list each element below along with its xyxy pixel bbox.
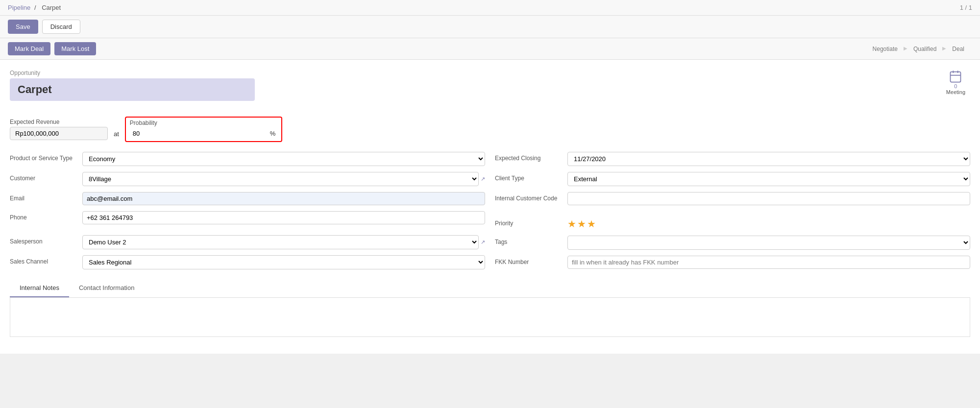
phone-value	[82, 211, 485, 224]
mark-buttons: Mark Deal Mark Lost	[8, 42, 96, 55]
phone-input[interactable]	[82, 211, 485, 224]
mark-deal-button[interactable]: Mark Deal	[8, 42, 50, 55]
tags-label: Tags	[495, 236, 564, 245]
page-count: 1 / 1	[960, 4, 972, 11]
breadcrumb-separator: /	[34, 4, 36, 11]
tab-content-area	[10, 298, 970, 337]
salesperson-label: Salesperson	[10, 235, 78, 245]
discard-button[interactable]: Discard	[42, 20, 80, 34]
priority-label: Priority	[495, 218, 564, 227]
probability-box: Probability %	[125, 117, 283, 142]
right-column: Expected Closing 11/27/2020 Client Type …	[495, 152, 970, 269]
expected-closing-value: 11/27/2020	[567, 152, 970, 166]
mark-lost-button[interactable]: Mark Lost	[54, 42, 96, 55]
breadcrumb-bar: Pipeline / Carpet 1 / 1	[0, 0, 980, 16]
expected-revenue-group: Expected Revenue	[10, 119, 108, 140]
at-label: at	[114, 130, 119, 138]
svg-rect-0	[951, 72, 961, 82]
form-container: 0 Meeting Opportunity Carpet Expected Re…	[0, 60, 980, 354]
fkk-number-row: FKK Number	[495, 256, 970, 269]
tab-contact-information[interactable]: Contact Information	[69, 279, 144, 297]
expected-revenue-label: Expected Revenue	[10, 119, 108, 125]
fkk-number-input[interactable]	[567, 256, 970, 269]
phone-label: Phone	[10, 211, 78, 221]
revenue-probability-row: Expected Revenue at Probability %	[10, 117, 970, 142]
fkk-number-value	[567, 256, 970, 269]
product-service-type-select[interactable]: Economy	[82, 152, 485, 166]
tabs-bar: Internal Notes Contact Information	[10, 279, 970, 298]
stage-action-bar: Mark Deal Mark Lost Negotiate Qualified …	[0, 38, 980, 60]
salesperson-external-link-icon[interactable]: ↗	[481, 239, 485, 245]
email-value	[82, 192, 485, 205]
breadcrumb: Pipeline / Carpet	[8, 4, 63, 11]
client-type-label: Client Type	[495, 172, 564, 182]
customer-value-area: 8Village ↗	[82, 172, 485, 186]
probability-label: Probability	[130, 120, 278, 126]
tab-internal-notes[interactable]: Internal Notes	[10, 279, 69, 297]
breadcrumb-parent[interactable]: Pipeline	[8, 4, 30, 11]
expected-revenue-input[interactable]	[10, 127, 108, 140]
internal-customer-code-label: Internal Customer Code	[495, 192, 564, 202]
opportunity-title: Carpet	[18, 83, 52, 96]
save-button[interactable]: Save	[8, 20, 38, 34]
tags-value	[567, 236, 970, 250]
sales-channel-select[interactable]: Sales Regional	[82, 255, 485, 269]
probability-input-row: %	[130, 128, 278, 139]
sales-channel-value: Sales Regional	[82, 255, 485, 269]
client-type-value: External	[567, 172, 970, 186]
phone-row: Phone	[10, 211, 485, 224]
email-input[interactable]	[82, 192, 485, 205]
customer-external-link-icon[interactable]: ↗	[481, 176, 485, 182]
meeting-count: 0	[954, 83, 957, 89]
fkk-number-label: FKK Number	[495, 256, 564, 265]
left-column: Product or Service Type Economy Customer…	[10, 152, 485, 269]
star-1[interactable]: ★	[567, 218, 576, 230]
expected-closing-input[interactable]: 11/27/2020	[567, 152, 970, 166]
stage-bar: Negotiate Qualified Deal	[865, 44, 972, 54]
client-type-select[interactable]: External	[567, 172, 970, 186]
stage-deal[interactable]: Deal	[944, 44, 972, 54]
internal-customer-code-row: Internal Customer Code	[495, 192, 970, 205]
sales-channel-label: Sales Channel	[10, 255, 78, 265]
priority-stars-area: ★ ★ ★	[567, 218, 970, 230]
client-type-row: Client Type External	[495, 172, 970, 186]
tags-select[interactable]	[567, 236, 970, 250]
internal-customer-code-input[interactable]	[567, 192, 970, 205]
email-row: Email	[10, 192, 485, 205]
tags-row: Tags	[495, 236, 970, 250]
calendar-icon	[949, 70, 962, 83]
star-3[interactable]: ★	[587, 218, 596, 230]
opportunity-title-wrapper: Carpet	[10, 78, 970, 109]
breadcrumb-current: Carpet	[42, 4, 61, 11]
expected-closing-label: Expected Closing	[495, 152, 564, 162]
priority-row: Priority ★ ★ ★	[495, 218, 970, 230]
priority-stars[interactable]: ★ ★ ★	[567, 218, 970, 230]
probability-input[interactable]	[130, 128, 267, 139]
customer-label: Customer	[10, 172, 78, 182]
salesperson-value-area: Demo User 2 ↗	[82, 235, 485, 249]
salesperson-row: Salesperson Demo User 2 ↗	[10, 235, 485, 249]
customer-select[interactable]: 8Village	[82, 172, 479, 186]
opportunity-title-box: Carpet	[10, 78, 255, 101]
internal-customer-code-value	[567, 192, 970, 205]
salesperson-select[interactable]: Demo User 2	[82, 235, 479, 249]
product-service-type-label: Product or Service Type	[10, 152, 78, 162]
meeting-label: Meeting	[946, 89, 965, 95]
customer-row: Customer 8Village ↗	[10, 172, 485, 186]
action-buttons: Save Discard	[8, 20, 80, 34]
email-label: Email	[10, 192, 78, 202]
product-service-type-row: Product or Service Type Economy	[10, 152, 485, 166]
expected-closing-row: Expected Closing 11/27/2020	[495, 152, 970, 166]
product-service-type-value: Economy	[82, 152, 485, 166]
percent-label: %	[270, 130, 278, 137]
action-bar: Save Discard	[0, 16, 980, 38]
stage-negotiate[interactable]: Negotiate	[865, 44, 906, 54]
content-area: 0 Meeting Opportunity Carpet Expected Re…	[10, 70, 970, 337]
stage-qualified[interactable]: Qualified	[906, 44, 944, 54]
star-2[interactable]: ★	[577, 218, 586, 230]
form-grid: Product or Service Type Economy Customer…	[10, 152, 970, 269]
sales-channel-row: Sales Channel Sales Regional	[10, 255, 485, 269]
opportunity-label: Opportunity	[10, 70, 970, 76]
meeting-widget[interactable]: 0 Meeting	[946, 70, 965, 95]
